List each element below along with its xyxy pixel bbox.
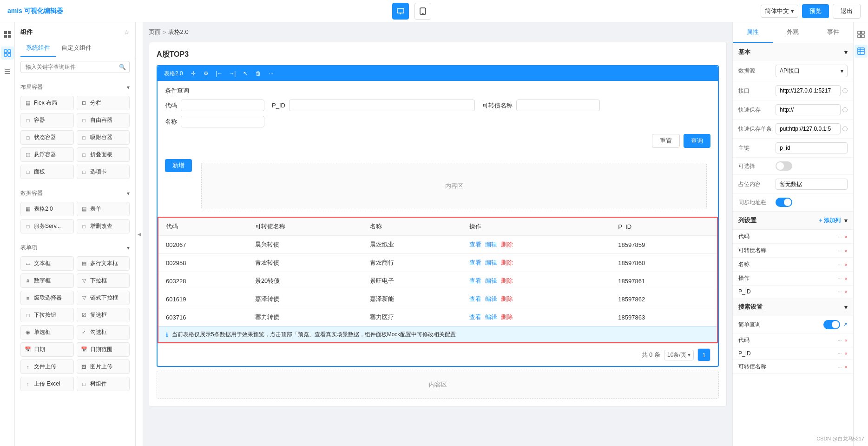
comp-number[interactable]: # 数字框 xyxy=(20,273,74,288)
tab-custom-components[interactable]: 自定义组件 xyxy=(56,40,97,57)
simple-query-toggle[interactable] xyxy=(823,320,840,329)
reset-button[interactable]: 重置 xyxy=(652,134,680,148)
quick-save-info-icon[interactable]: ⓘ xyxy=(842,107,848,113)
comp-select[interactable]: ▽ 下拉框 xyxy=(77,273,130,288)
col-delete-icon[interactable]: × xyxy=(845,276,848,281)
toolbar-right-btn[interactable]: →| xyxy=(227,68,238,79)
comp-switch[interactable]: ✓ 勾选框 xyxy=(77,325,130,339)
right-icon-table[interactable] xyxy=(855,45,868,58)
col-delete-icon[interactable]: × xyxy=(845,289,848,294)
comp-tree[interactable]: □ 树组件 xyxy=(77,377,130,391)
comp-image-upload[interactable]: 🖼 图片上传 xyxy=(77,359,130,374)
comp-radio[interactable]: ◉ 单选框 xyxy=(20,325,74,339)
mobile-view-btn[interactable] xyxy=(414,3,431,20)
comp-service[interactable]: □ 服务Serv... xyxy=(20,219,74,233)
col-more-icon[interactable]: ··· xyxy=(837,276,842,281)
col-more-icon[interactable]: ··· xyxy=(837,338,842,343)
tab-events[interactable]: 事件 xyxy=(813,22,853,43)
condition-bond-name-input[interactable] xyxy=(516,100,600,111)
col-more-icon[interactable]: ··· xyxy=(837,262,842,267)
sidebar-collapse-btn[interactable]: ◀ xyxy=(136,22,143,446)
prop-section-basic-header[interactable]: 基本 xyxy=(733,43,853,61)
col-more-icon[interactable]: ··· xyxy=(837,364,842,370)
toolbar-move-btn[interactable]: ✛ xyxy=(188,68,199,79)
left-icon-list[interactable] xyxy=(1,65,14,78)
comp-cascader[interactable]: ≡ 级联选择器 xyxy=(20,291,74,305)
comp-state-container[interactable]: □ 状态容器 xyxy=(20,130,74,145)
comp-flex[interactable]: ▤ Flex 布局 xyxy=(20,96,74,110)
action-delete-btn[interactable]: 删除 xyxy=(501,240,513,249)
right-icon-settings[interactable] xyxy=(855,28,868,41)
quick-save-input[interactable] xyxy=(776,104,841,115)
comp-date[interactable]: 📅 日期 xyxy=(20,342,74,357)
action-delete-btn[interactable]: 删除 xyxy=(501,295,513,303)
comp-table2[interactable]: ▦ 表格2.0 xyxy=(20,202,74,216)
comp-free-container[interactable]: □ 自由容器 xyxy=(77,113,130,127)
comp-form[interactable]: ▤ 表单 xyxy=(77,202,130,216)
placeholder-input[interactable] xyxy=(776,179,848,190)
col-section-header[interactable]: 列设置 + 添加列 xyxy=(733,212,853,230)
comp-text[interactable]: ▭ 文本框 xyxy=(20,256,74,271)
quick-save-single-info-icon[interactable]: ⓘ xyxy=(842,126,848,133)
action-edit-btn[interactable]: 编辑 xyxy=(485,240,497,249)
comp-sticky[interactable]: □ 吸附容器 xyxy=(77,130,130,145)
condition-code-input[interactable] xyxy=(181,100,264,111)
comp-textarea[interactable]: ▤ 多行文本框 xyxy=(77,256,130,271)
col-more-icon[interactable]: ··· xyxy=(837,234,842,240)
col-delete-icon[interactable]: × xyxy=(845,364,848,370)
quick-save-single-input[interactable] xyxy=(776,123,841,134)
section-layout-header[interactable]: 布局容器 xyxy=(20,80,130,94)
col-more-icon[interactable]: ··· xyxy=(837,351,842,356)
search-section-header[interactable]: 搜索设置 xyxy=(733,298,853,316)
action-edit-btn[interactable]: 编辑 xyxy=(485,277,497,285)
comp-container[interactable]: □ 容器 xyxy=(20,113,74,127)
comp-collapse[interactable]: □ 折叠面板 xyxy=(77,147,130,162)
tab-appearance[interactable]: 外观 xyxy=(773,22,813,43)
sync-url-toggle[interactable] xyxy=(776,198,792,207)
condition-name-input[interactable] xyxy=(181,116,264,127)
action-view-btn[interactable]: 查看 xyxy=(469,313,481,321)
page-num-btn[interactable]: 1 xyxy=(697,348,710,361)
comp-dropdown-btn[interactable]: □ 下拉按钮 xyxy=(20,308,74,322)
per-page-select[interactable]: 10条/页 ▾ xyxy=(664,350,694,360)
comp-excel-upload[interactable]: ↑ 上传 Excel xyxy=(20,377,74,391)
search-input[interactable] xyxy=(20,61,130,73)
action-view-btn[interactable]: 查看 xyxy=(469,295,481,303)
optional-toggle[interactable] xyxy=(776,161,792,171)
datasource-select[interactable]: API接口 ▾ xyxy=(776,65,848,77)
col-delete-icon[interactable]: × xyxy=(845,262,848,267)
comp-column[interactable]: ⊟ 分栏 xyxy=(77,96,130,110)
col-more-icon[interactable]: ··· xyxy=(837,248,842,253)
left-icon-grid[interactable] xyxy=(1,28,14,41)
col-delete-icon[interactable]: × xyxy=(845,234,848,240)
action-view-btn[interactable]: 查看 xyxy=(469,259,481,267)
tab-system-components[interactable]: 系统组件 xyxy=(20,40,56,57)
comp-crud[interactable]: □ 增删改查 xyxy=(77,219,130,233)
desktop-view-btn[interactable] xyxy=(392,3,409,20)
action-delete-btn[interactable]: 删除 xyxy=(501,313,513,321)
toolbar-settings-btn[interactable]: ⚙ xyxy=(201,68,212,79)
action-edit-btn[interactable]: 编辑 xyxy=(485,295,497,303)
api-info-icon[interactable]: ⓘ xyxy=(842,87,848,94)
section-data-header[interactable]: 数据容器 xyxy=(20,186,130,200)
lang-selector[interactable]: 简体中文 ▾ xyxy=(761,5,798,18)
comp-panel[interactable]: □ 面板 xyxy=(20,165,74,179)
toolbar-left-btn[interactable]: |← xyxy=(214,68,225,79)
sidebar-pin-icon[interactable]: ☆ xyxy=(124,29,130,36)
col-delete-icon[interactable]: × xyxy=(845,351,848,356)
col-delete-icon[interactable]: × xyxy=(845,248,848,253)
toolbar-delete-btn[interactable]: 🗑 xyxy=(253,68,264,79)
simple-query-link-icon[interactable]: ↗ xyxy=(843,321,848,328)
section-form-header[interactable]: 表单项 xyxy=(20,241,130,254)
primary-key-input[interactable] xyxy=(776,142,848,153)
action-delete-btn[interactable]: 删除 xyxy=(501,277,513,285)
col-delete-icon[interactable]: × xyxy=(845,338,848,343)
exit-button[interactable]: 退出 xyxy=(833,4,861,19)
left-icon-components[interactable] xyxy=(1,47,14,60)
tab-properties[interactable]: 属性 xyxy=(733,22,773,43)
action-edit-btn[interactable]: 编辑 xyxy=(485,259,497,267)
comp-chain-select[interactable]: ▽ 链式下拉框 xyxy=(77,291,130,305)
add-button[interactable]: 新增 xyxy=(165,159,192,172)
api-input[interactable] xyxy=(776,85,841,96)
col-more-icon[interactable]: ··· xyxy=(837,289,842,294)
